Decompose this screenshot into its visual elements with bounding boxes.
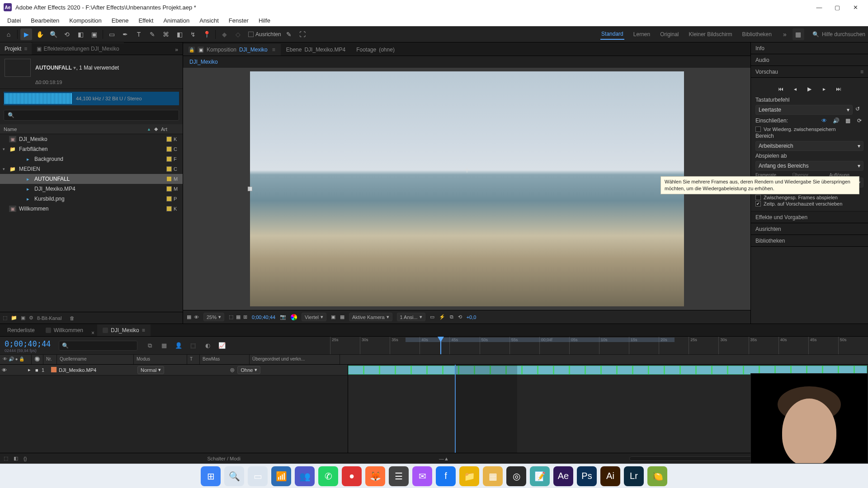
interpret-icon[interactable]: ⬚: [3, 315, 7, 321]
menu-datei[interactable]: Datei: [3, 15, 25, 26]
workspace-lernen[interactable]: Lernen: [632, 29, 651, 39]
project-search[interactable]: 🔍: [4, 110, 179, 121]
panel-menu-icon[interactable]: ≡: [860, 69, 863, 75]
include-video-icon[interactable]: 👁: [820, 117, 828, 125]
snapshot-icon[interactable]: 📷: [280, 314, 286, 320]
workspace-reset-icon[interactable]: ▦: [793, 28, 804, 40]
pen-tool-icon[interactable]: ✒: [119, 28, 131, 40]
type-tool-icon[interactable]: T: [133, 28, 145, 40]
layer-label-swatch[interactable]: [51, 366, 57, 373]
workspace-more-icon[interactable]: »: [779, 28, 791, 40]
timeline-timecode[interactable]: 0;00;40;44: [5, 339, 54, 348]
new-folder-icon[interactable]: 📁: [11, 315, 17, 321]
label-swatch[interactable]: [166, 166, 172, 172]
taskbar-ae-icon[interactable]: Ae: [553, 466, 573, 486]
toggle-modes-icon[interactable]: ◧: [14, 455, 18, 461]
move-time-checkbox[interactable]: ✔Zeitp. auf Vorschauzeit verschieben: [755, 201, 863, 206]
workspace-kleiner-bildschirm[interactable]: Kleiner Bildschirm: [688, 29, 733, 39]
effect-controls-tab[interactable]: ▣Effekteinstellungen DJI_Mexiko: [32, 42, 123, 55]
layer-name[interactable]: DJI_Mexiko.MP4: [59, 367, 136, 373]
hand-tool-icon[interactable]: ✋: [34, 28, 46, 40]
motion-blur-icon[interactable]: ◐: [203, 341, 212, 351]
include-audio-icon[interactable]: 🔊: [832, 117, 840, 125]
project-item[interactable]: ▣DJI_MexikoK: [0, 134, 183, 144]
maximize-button[interactable]: ▢: [828, 0, 846, 14]
taskbar-folders-icon[interactable]: 📁: [459, 466, 479, 486]
taskbar-taskview-icon[interactable]: ▭: [248, 466, 268, 486]
col-name[interactable]: Name: [4, 127, 144, 132]
taskbar-facebook-icon[interactable]: f: [436, 466, 456, 486]
comp-frame[interactable]: [250, 71, 684, 306]
orbit-tool-icon[interactable]: ⟲: [61, 28, 73, 40]
label-swatch[interactable]: [166, 156, 172, 162]
time-ruler[interactable]: 25s30s35s40s45s50s55s00;04f05s10s15s20s2…: [330, 337, 868, 354]
selection-tool-icon[interactable]: ▶: [20, 28, 32, 40]
flowchart-icon[interactable]: ⟲: [458, 314, 462, 320]
comp-tab[interactable]: Ebene DJI_Mexiko.MP4: [281, 44, 351, 56]
taskbar-firefox-icon[interactable]: 🦊: [365, 466, 385, 486]
transparency-icon[interactable]: ▦: [340, 314, 344, 320]
timeline-search[interactable]: 🔍: [59, 341, 137, 351]
taskbar-obs-icon[interactable]: ◎: [506, 466, 526, 486]
taskbar-search-icon[interactable]: 🔍: [224, 466, 244, 486]
loop-icon[interactable]: ⟳: [855, 117, 863, 125]
menu-fenster[interactable]: Fenster: [224, 15, 253, 26]
current-time-indicator[interactable]: [440, 337, 441, 354]
panel-overflow-icon[interactable]: »: [170, 45, 183, 55]
project-item[interactable]: ▾📁MEDIENC: [0, 164, 183, 174]
frame-blend-icon[interactable]: ⬚: [188, 341, 198, 351]
project-item[interactable]: ▸DJI_Mexiko.MP4M: [0, 184, 183, 194]
workspace-standard[interactable]: Standard: [600, 29, 624, 40]
project-item[interactable]: ▾📁FarbflächenC: [0, 144, 183, 154]
preview-panel-header[interactable]: Vorschau≡: [751, 66, 868, 78]
first-frame-icon[interactable]: ⏮: [777, 85, 785, 93]
bpc-label[interactable]: 8-Bit-Kanal: [37, 315, 61, 321]
align-checkbox[interactable]: Ausrichten: [248, 31, 281, 38]
tab-close-icon[interactable]: ×: [89, 330, 97, 336]
label-swatch[interactable]: [166, 206, 172, 211]
viewer-timecode[interactable]: 0;00;40;44: [252, 314, 275, 320]
snapping-icon[interactable]: ✎: [283, 28, 295, 40]
numviews-dropdown[interactable]: 1 Ansi...▾: [397, 313, 425, 321]
minimize-button[interactable]: —: [810, 0, 828, 14]
shy-icon[interactable]: 👤: [174, 341, 184, 351]
taskbar-app2-icon[interactable]: ☰: [389, 466, 409, 486]
snap-opt2-icon[interactable]: ◇: [232, 28, 244, 40]
label-swatch[interactable]: [166, 186, 172, 192]
brush-tool-icon[interactable]: ✎: [146, 28, 158, 40]
taskbar-ps-icon[interactable]: Ps: [577, 466, 597, 486]
snap-extra-icon[interactable]: ⛶: [297, 28, 308, 40]
timeline-tab[interactable]: Willkommen: [40, 324, 89, 336]
taskbar-messenger-icon[interactable]: ✉: [412, 466, 432, 486]
res-auto-icon[interactable]: ⬚: [229, 314, 233, 320]
info-panel-header[interactable]: Info: [751, 42, 868, 54]
zoom-dropdown[interactable]: 25%▾: [203, 313, 224, 321]
tab-menu-icon[interactable]: ≡: [142, 327, 145, 333]
zoom-out-icon[interactable]: —▲: [439, 456, 449, 461]
sort-icon[interactable]: ▲: [147, 127, 151, 131]
taskbar-app4-icon[interactable]: 🍋: [647, 466, 667, 486]
col-label[interactable]: ◆: [151, 126, 161, 132]
taskbar-start-icon[interactable]: ⊞: [201, 466, 221, 486]
effects-presets-header[interactable]: Effekte und Vorgaben: [751, 211, 868, 223]
comp-tab[interactable]: Footage (ohne): [351, 44, 400, 56]
range-dropdown[interactable]: Arbeitsbereich▾: [755, 141, 863, 151]
grid-icon[interactable]: ▦: [236, 314, 241, 320]
menu-ebene[interactable]: Ebene: [107, 15, 133, 26]
trash-icon[interactable]: 🗑: [70, 315, 75, 321]
playfrom-dropdown[interactable]: Anfang des Bereichs▾: [755, 161, 863, 171]
taskbar-ai-icon[interactable]: Ai: [600, 466, 620, 486]
last-frame-icon[interactable]: ⏭: [835, 85, 843, 93]
view-dropdown[interactable]: Aktive Kamera▾: [349, 313, 392, 321]
rotate-tool-icon[interactable]: ◧: [75, 28, 86, 40]
taskbar-app3-icon[interactable]: ▦: [483, 466, 503, 486]
color-mgmt-icon[interactable]: [291, 314, 297, 320]
prev-frame-icon[interactable]: ◂: [791, 85, 799, 93]
parent-pickwhip-icon[interactable]: ◎: [230, 367, 235, 373]
workspace-original[interactable]: Original: [659, 29, 679, 39]
taskbar-app1-icon[interactable]: ●: [342, 466, 362, 486]
taskbar-lr-icon[interactable]: Lr: [624, 466, 644, 486]
visibility-toggle-icon[interactable]: 👁: [0, 367, 8, 373]
eraser-tool-icon[interactable]: ◧: [174, 28, 185, 40]
guides-icon[interactable]: ⊞: [243, 314, 247, 320]
